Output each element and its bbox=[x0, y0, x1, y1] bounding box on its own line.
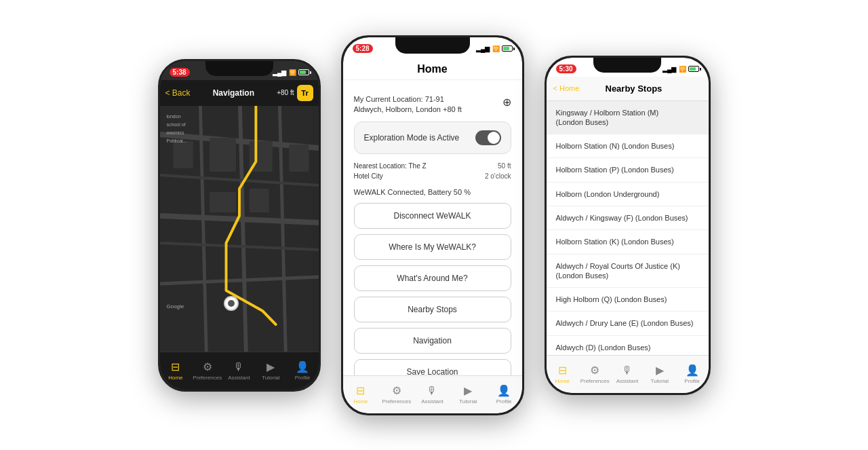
tab-assistant[interactable]: 🎙 Assistant bbox=[223, 361, 255, 381]
assistant-icon: 🎙 bbox=[233, 361, 244, 373]
nav-elevation: +80 ft bbox=[277, 89, 294, 96]
right-tutorial-label: Tutorial bbox=[651, 378, 669, 384]
map-label-3: onomics bbox=[167, 130, 184, 135]
map-label-4: Political... bbox=[167, 138, 187, 143]
center-time: 5:28 bbox=[353, 44, 373, 53]
right-tab-profile[interactable]: 👤 Profile bbox=[676, 364, 709, 384]
right-tab-bar: ⊟ Home ⚙ Preferences 🎙 Assistant ▶ Tutor… bbox=[547, 355, 709, 393]
nearest-sub: Hotel City bbox=[354, 171, 383, 181]
wifi-icon: 🛜 bbox=[289, 69, 296, 76]
center-preferences-label: Preferences bbox=[382, 398, 411, 405]
tab-preferences[interactable]: ⚙ Preferences bbox=[191, 360, 223, 381]
home-tab-label: Home bbox=[168, 375, 182, 381]
stop-item-7[interactable]: High Holborn (Q) (London Buses) bbox=[547, 288, 709, 312]
nav-back-button[interactable]: < Back bbox=[165, 88, 191, 98]
right-profile-icon: 👤 bbox=[686, 364, 699, 377]
stops-header: < Home Nearby Stops bbox=[547, 77, 709, 101]
stops-back-button[interactable]: < Home bbox=[547, 84, 587, 92]
center-tab-assistant[interactable]: 🎙 Assistant bbox=[414, 385, 450, 405]
preferences-tab-label: Preferences bbox=[193, 375, 222, 381]
right-tab-assistant[interactable]: 🎙 Assistant bbox=[611, 364, 644, 384]
location-target-icon: ⊕ bbox=[502, 96, 511, 109]
disconnect-button[interactable]: Disconnect WeWALK bbox=[354, 203, 511, 229]
right-signal-icon: ▂▄▆ bbox=[663, 66, 676, 73]
stop-item-4[interactable]: Aldwych / Kingsway (F) (London Buses) bbox=[547, 206, 709, 230]
tab-profile[interactable]: 👤 Profile bbox=[287, 360, 319, 381]
tutorial-tab-label: Tutorial bbox=[262, 375, 279, 381]
nearest-label: Nearest Location: The Z bbox=[354, 161, 427, 171]
center-assistant-icon: 🎙 bbox=[427, 385, 437, 397]
nav-icon-button[interactable]: Tr bbox=[297, 85, 313, 101]
center-tab-tutorial[interactable]: ▶ Tutorial bbox=[450, 384, 486, 405]
map-label-1: london bbox=[167, 114, 181, 119]
stop-item-1[interactable]: Holborn Station (N) (London Buses) bbox=[547, 134, 709, 158]
right-preferences-icon: ⚙ bbox=[590, 364, 599, 377]
preferences-icon: ⚙ bbox=[203, 360, 212, 373]
signal-icon: ▂▄▆ bbox=[273, 69, 286, 76]
center-signal-icon: ▂▄▆ bbox=[476, 45, 490, 52]
center-tab-preferences[interactable]: ⚙ Preferences bbox=[378, 384, 414, 405]
map-background: london school of onomics Political... Go… bbox=[160, 80, 319, 352]
left-tab-bar: ⊟ Home ⚙ Preferences 🎙 Assistant ▶ Tutor… bbox=[160, 352, 319, 390]
save-location-button[interactable]: Save Location bbox=[354, 359, 511, 375]
center-tutorial-label: Tutorial bbox=[459, 398, 477, 405]
location-line1: My Current Location: 71-91 bbox=[354, 94, 462, 105]
center-battery-icon bbox=[502, 45, 513, 52]
right-notch bbox=[593, 58, 661, 73]
home-header: Home bbox=[343, 56, 522, 80]
center-tab-bar: ⊟ Home ⚙ Preferences 🎙 Assistant ▶ Tutor… bbox=[343, 375, 522, 413]
right-tab-home[interactable]: ⊟ Home bbox=[547, 364, 579, 384]
stop-item-9[interactable]: Aldwych (D) (London Buses) bbox=[547, 336, 709, 355]
where-wewalk-button[interactable]: Where Is My WeWALK? bbox=[354, 234, 511, 260]
center-tab-profile[interactable]: 👤 Profile bbox=[486, 384, 522, 405]
center-profile-label: Profile bbox=[496, 398, 512, 405]
right-profile-label: Profile bbox=[684, 378, 700, 384]
stop-item-2[interactable]: Holborn Station (P) (London Buses) bbox=[547, 158, 709, 182]
notch bbox=[205, 61, 273, 76]
right-preferences-label: Preferences bbox=[580, 378, 610, 384]
svg-rect-9 bbox=[210, 138, 236, 172]
exploration-toggle[interactable]: Exploration Mode is Active bbox=[354, 121, 511, 154]
center-home-label: Home bbox=[353, 398, 368, 405]
right-tab-tutorial[interactable]: ▶ Tutorial bbox=[644, 364, 676, 384]
phone-left: 5:38 ▂▄▆ 🛜 < Back Navigation +80 ft Tr bbox=[158, 59, 321, 392]
right-tab-preferences[interactable]: ⚙ Preferences bbox=[578, 364, 611, 384]
tab-tutorial[interactable]: ▶ Tutorial bbox=[255, 360, 287, 381]
wewalk-status: WeWALK Connected, Battery 50 % bbox=[354, 188, 511, 196]
home-icon: ⊟ bbox=[171, 360, 180, 373]
location-dot bbox=[224, 296, 239, 311]
tutorial-icon: ▶ bbox=[267, 360, 275, 373]
right-assistant-label: Assistant bbox=[616, 378, 638, 384]
nearby-stops-button[interactable]: Nearby Stops bbox=[354, 297, 511, 322]
home-title: Home bbox=[417, 63, 447, 75]
location-row: My Current Location: 71-91 Aldwych, Holb… bbox=[354, 94, 511, 115]
navigation-button[interactable]: Navigation bbox=[354, 328, 511, 354]
center-preferences-icon: ⚙ bbox=[392, 384, 401, 397]
stop-item-5[interactable]: Holborn Station (K) (London Buses) bbox=[547, 230, 709, 254]
svg-rect-14 bbox=[289, 145, 309, 172]
toggle-switch[interactable] bbox=[475, 130, 501, 145]
right-assistant-icon: 🎙 bbox=[622, 364, 633, 377]
whats-around-button[interactable]: What's Around Me? bbox=[354, 265, 511, 291]
toggle-knob bbox=[488, 132, 500, 144]
location-dot-inner bbox=[228, 300, 235, 307]
stop-item-3[interactable]: Holborn (London Underground) bbox=[547, 183, 709, 206]
stop-item-0[interactable]: Kingsway / Holborn Station (M)(London Bu… bbox=[547, 101, 709, 135]
center-notch bbox=[395, 37, 470, 54]
battery-icon bbox=[298, 69, 309, 75]
stops-title: Nearby Stops bbox=[586, 83, 708, 94]
stop-item-8[interactable]: Aldwych / Drury Lane (E) (London Buses) bbox=[547, 312, 709, 335]
stop-item-6[interactable]: Aldwych / Royal Courts Of Justice (K)(Lo… bbox=[547, 255, 709, 288]
route-svg bbox=[160, 80, 319, 352]
left-time: 5:38 bbox=[170, 68, 190, 77]
nearest-line-1: Nearest Location: The Z 50 ft bbox=[354, 161, 511, 171]
nav-title: Navigation bbox=[193, 88, 275, 98]
svg-rect-13 bbox=[173, 141, 193, 168]
map-label-2: school of bbox=[167, 122, 186, 127]
tab-home[interactable]: ⊟ Home bbox=[160, 360, 192, 381]
stops-list: Kingsway / Holborn Station (M)(London Bu… bbox=[547, 101, 709, 355]
center-home-icon: ⊟ bbox=[356, 384, 365, 397]
center-tab-home[interactable]: ⊟ Home bbox=[343, 384, 379, 405]
left-screen: 5:38 ▂▄▆ 🛜 < Back Navigation +80 ft Tr bbox=[160, 61, 319, 390]
nearest-distance: 50 ft bbox=[498, 161, 511, 171]
